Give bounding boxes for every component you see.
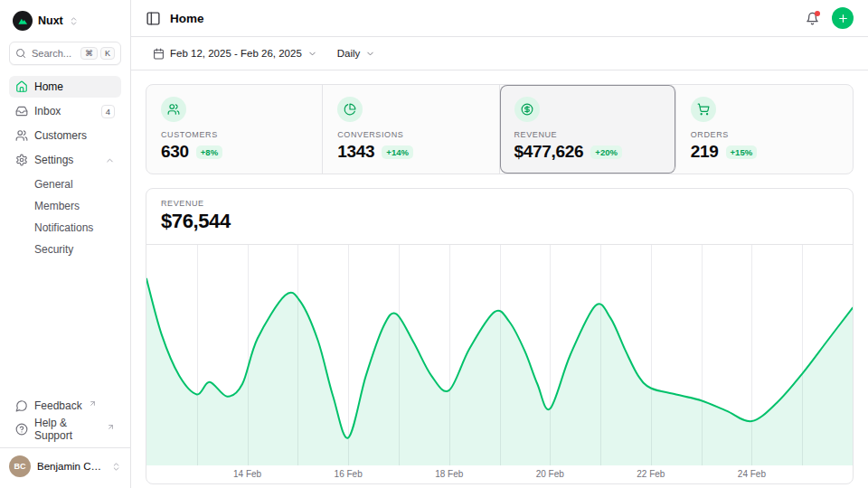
search-placeholder: Search... xyxy=(32,48,71,59)
sidebar-nav: Home Inbox 4 Customers Settings xyxy=(9,76,121,395)
chart-area-fill xyxy=(146,278,853,465)
sidebar: Nuxt Search... ⌘K Home xyxy=(0,0,131,488)
avatar: BC xyxy=(9,455,31,477)
dashboard-app: Nuxt Search... ⌘K Home xyxy=(0,0,868,488)
nuxt-logo-icon xyxy=(13,11,33,31)
revenue-area-chart xyxy=(146,245,853,465)
revenue-chart-card: REVENUE $76,544 14 Feb16 Feb18 Feb20 Feb… xyxy=(146,188,854,484)
calendar-icon xyxy=(153,48,165,60)
revenue-chart-label: REVENUE xyxy=(161,199,838,208)
inbox-count-badge: 4 xyxy=(101,105,115,118)
stat-delta-badge: +8% xyxy=(196,145,222,159)
stat-card-customers[interactable]: CUSTOMERS 630 +8% xyxy=(146,85,323,174)
chevron-down-icon xyxy=(365,49,375,59)
x-tick-label: 24 Feb xyxy=(738,469,766,479)
sidebar-item-inbox[interactable]: Inbox 4 xyxy=(9,100,121,122)
stat-card-orders[interactable]: ORDERS 219 +15% xyxy=(676,85,853,174)
x-tick-label: 20 Feb xyxy=(536,469,564,479)
stat-delta-badge: +14% xyxy=(382,145,413,159)
stat-delta-badge: +15% xyxy=(726,145,758,159)
main-header: Home xyxy=(131,0,868,37)
chevrons-up-down-icon xyxy=(69,16,79,26)
notification-dot xyxy=(815,11,820,16)
stat-value: 630 xyxy=(161,142,189,162)
search-shortcut: ⌘K xyxy=(80,47,115,60)
users-icon xyxy=(161,97,186,122)
main-area: Home Feb 12, 2025 - Feb 26, 2025 xyxy=(131,0,868,488)
chevron-down-icon xyxy=(307,49,317,59)
help-circle-icon xyxy=(15,423,28,436)
help-support-link[interactable]: Help & Support xyxy=(9,418,121,440)
user-menu[interactable]: BC Benjamin Canac xyxy=(0,447,130,479)
search-input[interactable]: Search... ⌘K xyxy=(9,42,121,65)
user-name: Benjamin Canac xyxy=(37,461,105,472)
workspace-name: Nuxt xyxy=(38,14,63,27)
revenue-chart-header: REVENUE $76,544 xyxy=(146,189,853,245)
stat-label: REVENUE xyxy=(514,130,661,139)
stat-value: $477,626 xyxy=(514,142,584,162)
workspace-selector[interactable]: Nuxt xyxy=(9,9,121,33)
feedback-label: Feedback xyxy=(34,399,82,412)
sidebar-item-general[interactable]: General xyxy=(9,174,121,194)
granularity-label: Daily xyxy=(337,48,361,59)
search-icon xyxy=(15,48,26,59)
pie-chart-icon xyxy=(337,97,363,122)
message-icon xyxy=(15,399,28,412)
stat-label: CONVERSIONS xyxy=(337,130,484,139)
granularity-select[interactable]: Daily xyxy=(330,43,383,63)
sidebar-item-settings[interactable]: Settings xyxy=(9,149,121,171)
sidebar-item-label: Inbox xyxy=(34,105,61,117)
home-icon xyxy=(15,80,28,93)
page-title: Home xyxy=(170,12,204,25)
header-actions xyxy=(806,7,854,29)
settings-subnav: General Members Notifications Security xyxy=(9,174,121,259)
external-link-icon xyxy=(107,423,115,431)
sidebar-item-security[interactable]: Security xyxy=(9,239,121,259)
inbox-icon xyxy=(15,105,28,117)
date-range-label: Feb 12, 2025 - Feb 26, 2025 xyxy=(170,48,302,59)
gear-icon xyxy=(15,154,28,166)
cart-icon xyxy=(691,97,716,122)
x-tick-label: 16 Feb xyxy=(335,469,363,479)
stat-label: CUSTOMERS xyxy=(161,130,307,139)
plus-icon xyxy=(837,13,849,24)
chart-x-axis: 14 Feb16 Feb18 Feb20 Feb22 Feb24 Feb xyxy=(146,465,853,483)
stat-card-conversions[interactable]: CONVERSIONS 1343 +14% xyxy=(323,85,499,174)
chevron-up-icon xyxy=(105,155,115,165)
date-range-picker[interactable]: Feb 12, 2025 - Feb 26, 2025 xyxy=(146,43,325,64)
x-tick-label: 14 Feb xyxy=(233,469,261,479)
x-tick-label: 22 Feb xyxy=(637,469,665,479)
stat-card-revenue[interactable]: REVENUE $477,626 +20% xyxy=(500,85,676,174)
users-icon xyxy=(15,129,28,142)
feedback-link[interactable]: Feedback xyxy=(9,395,121,417)
chevrons-up-down-icon xyxy=(111,462,121,472)
x-tick-label: 18 Feb xyxy=(435,469,463,479)
stat-value: 1343 xyxy=(337,142,374,162)
sidebar-item-label: Customers xyxy=(34,129,87,142)
cmd-key: ⌘ xyxy=(80,47,98,60)
dollar-circle-icon xyxy=(514,97,540,122)
sidebar-item-label: Settings xyxy=(34,154,73,166)
sidebar-item-notifications[interactable]: Notifications xyxy=(9,218,121,238)
help-support-label: Help & Support xyxy=(34,417,100,442)
dashboard-content: CUSTOMERS 630 +8% CONVERSIONS 1343 +14% xyxy=(131,70,868,488)
stats-row: CUSTOMERS 630 +8% CONVERSIONS 1343 +14% xyxy=(146,84,854,174)
revenue-chart-plot[interactable] xyxy=(146,245,853,465)
sidebar-footer: Feedback Help & Support xyxy=(9,395,121,440)
sidebar-item-members[interactable]: Members xyxy=(9,196,121,216)
sidebar-item-label: Home xyxy=(34,80,63,93)
k-key: K xyxy=(100,47,115,60)
revenue-chart-value: $76,544 xyxy=(161,210,838,233)
sidebar-toggle-icon[interactable] xyxy=(146,11,161,26)
stat-label: ORDERS xyxy=(691,130,838,139)
stat-value: 219 xyxy=(691,142,719,162)
external-link-icon xyxy=(89,399,97,408)
notifications-button[interactable] xyxy=(806,12,819,25)
add-button[interactable] xyxy=(832,7,854,29)
filters-toolbar: Feb 12, 2025 - Feb 26, 2025 Daily xyxy=(131,37,868,70)
sidebar-item-customers[interactable]: Customers xyxy=(9,125,121,146)
sidebar-item-home[interactable]: Home xyxy=(9,76,121,98)
stat-delta-badge: +20% xyxy=(590,145,622,159)
